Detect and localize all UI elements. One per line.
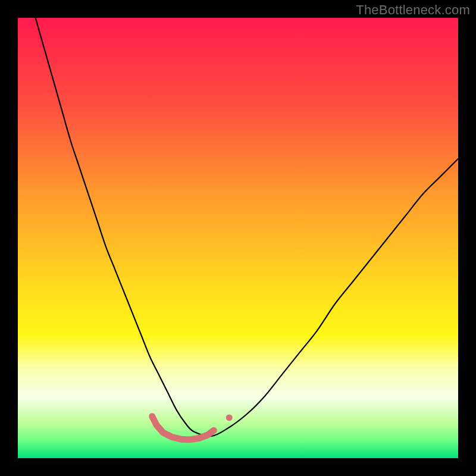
chart-frame: TheBottleneck.com [0, 0, 476, 476]
chart-svg [18, 18, 458, 458]
chart-plot [18, 18, 458, 458]
trough-marker-dot [226, 414, 233, 421]
gradient-background [18, 18, 458, 458]
watermark-text: TheBottleneck.com [356, 2, 470, 18]
